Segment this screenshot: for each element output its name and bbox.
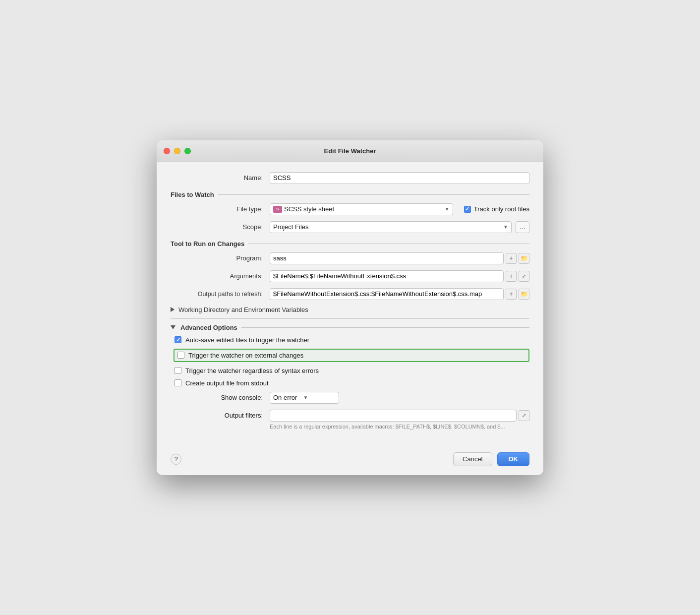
trigger-external-checkbox[interactable] [177, 352, 184, 359]
name-label: Name: [171, 174, 270, 182]
scope-value: Project Files [273, 223, 309, 231]
output-filters-label: Output filters: [171, 412, 270, 419]
file-type-row: File type: S SCSS style sheet ▼ Track on… [171, 203, 529, 215]
show-console-label: Show console: [171, 394, 270, 401]
auto-save-row: Auto-save edited files to trigger the wa… [175, 336, 529, 344]
section-divider [171, 318, 529, 319]
arguments-expand-button[interactable]: ⤢ [519, 271, 529, 282]
scope-row: Scope: Project Files ▼ ... [171, 221, 529, 233]
show-console-arrow: ▼ [303, 395, 308, 400]
ok-button[interactable]: OK [497, 452, 530, 466]
arguments-controls: + ⤢ [270, 270, 529, 282]
track-root-label: Track only root files [474, 205, 529, 213]
output-paths-label: Output paths to refresh: [171, 291, 270, 298]
working-directory-row[interactable]: Working Directory and Environment Variab… [171, 306, 529, 313]
working-directory-label: Working Directory and Environment Variab… [178, 306, 308, 313]
track-root-checkbox[interactable] [464, 206, 471, 213]
output-filters-hint: Each line is a regular expression, avail… [270, 424, 529, 430]
name-input[interactable] [270, 172, 529, 184]
create-output-row: Create output file from stdout [175, 379, 529, 387]
program-add-button[interactable]: + [506, 253, 517, 264]
program-input[interactable] [270, 252, 504, 264]
create-output-label: Create output file from stdout [185, 379, 269, 387]
scope-controls: Project Files ▼ ... [270, 221, 529, 233]
output-filters-controls: ⤢ [270, 410, 529, 422]
file-type-dropdown[interactable]: S SCSS style sheet ▼ [270, 203, 453, 215]
scope-label: Scope: [171, 223, 270, 231]
auto-save-checkbox[interactable] [175, 336, 181, 343]
program-row: Program: + 📁 [171, 252, 529, 264]
working-directory-expand-icon [171, 307, 175, 312]
output-filters-input[interactable] [270, 410, 517, 422]
output-paths-controls: + 📁 [270, 288, 529, 300]
arguments-input[interactable] [270, 270, 504, 282]
maximize-button[interactable] [184, 148, 191, 154]
help-button[interactable]: ? [171, 454, 181, 465]
traffic-lights [164, 148, 191, 154]
show-console-row: Show console: On error ▼ [171, 392, 529, 404]
create-output-checkbox[interactable] [175, 379, 181, 386]
scope-arrow: ▼ [503, 224, 508, 230]
name-row: Name: [171, 172, 529, 184]
trigger-syntax-row: Trigger the watcher regardless of syntax… [175, 367, 529, 374]
output-paths-row: Output paths to refresh: + 📁 [171, 288, 529, 300]
trigger-external-label: Trigger the watcher on external changes [188, 352, 303, 359]
advanced-options-expand-icon [171, 325, 175, 329]
file-type-label: File type: [171, 205, 270, 213]
edit-file-watcher-dialog: Edit File Watcher Name: Files to Watch F… [157, 140, 543, 475]
show-console-dropdown[interactable]: On error ▼ [270, 392, 339, 404]
trigger-external-row: Trigger the watcher on external changes [174, 349, 529, 362]
trigger-syntax-checkbox[interactable] [175, 367, 181, 374]
arguments-row: Arguments: + ⤢ [171, 270, 529, 282]
output-paths-input[interactable] [270, 288, 504, 300]
output-paths-folder-button[interactable]: 📁 [519, 289, 529, 300]
dialog-footer: ? Cancel OK [157, 445, 543, 475]
file-type-controls: S SCSS style sheet ▼ Track only root fil… [270, 203, 529, 215]
cancel-button[interactable]: Cancel [453, 452, 492, 466]
close-button[interactable] [164, 148, 170, 154]
dialog-content: Name: Files to Watch File type: S SCSS s… [157, 162, 543, 445]
titlebar: Edit File Watcher [157, 140, 543, 162]
sass-icon: S [273, 206, 282, 213]
arguments-add-button[interactable]: + [506, 271, 517, 282]
output-filters-expand-button[interactable]: ⤢ [519, 410, 529, 421]
file-type-arrow: ▼ [445, 206, 450, 212]
scope-dropdown[interactable]: Project Files ▼ [270, 221, 512, 233]
footer-buttons: Cancel OK [453, 452, 529, 466]
show-console-value: On error [273, 394, 297, 401]
auto-save-label: Auto-save edited files to trigger the wa… [185, 336, 309, 344]
advanced-options-section: Advanced Options Auto-save edited files … [171, 324, 529, 387]
arguments-label: Arguments: [171, 272, 270, 280]
output-paths-add-button[interactable]: + [506, 289, 517, 300]
tool-to-run-section: Tool to Run on Changes [171, 240, 529, 247]
advanced-options-title: Advanced Options [171, 324, 529, 331]
trigger-syntax-label: Trigger the watcher regardless of syntax… [185, 367, 319, 374]
program-controls: + 📁 [270, 252, 529, 264]
scope-ellipsis-button[interactable]: ... [516, 221, 529, 233]
output-filters-row: Output filters: ⤢ [171, 410, 529, 422]
files-to-watch-section: Files to Watch [171, 191, 529, 198]
file-type-value: SCSS style sheet [284, 205, 334, 213]
minimize-button[interactable] [174, 148, 180, 154]
name-input-wrap [270, 172, 529, 184]
program-label: Program: [171, 254, 270, 262]
dialog-title: Edit File Watcher [324, 147, 376, 155]
program-folder-button[interactable]: 📁 [519, 253, 529, 264]
